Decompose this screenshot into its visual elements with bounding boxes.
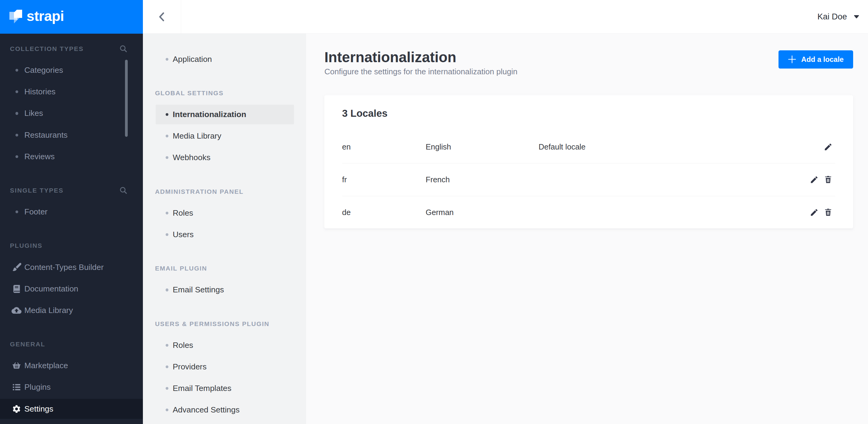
locale-status: Default locale — [538, 142, 823, 151]
section-heading-label: COLLECTION TYPES — [10, 45, 84, 53]
sidebar-item-settings[interactable]: Settings — [0, 399, 143, 419]
section-heading-plugins: PLUGINS — [10, 241, 127, 250]
main-sidebar: strapi COLLECTION TYPES Categories Histo… — [0, 0, 143, 424]
locale-name: English — [426, 142, 538, 151]
settings-menu: Application GLOBAL SETTINGS Internationa… — [143, 34, 306, 424]
sidebar-item-histories[interactable]: Histories — [0, 82, 143, 102]
bullet-icon — [166, 288, 168, 291]
edit-locale-button[interactable] — [809, 174, 820, 185]
bullet-icon — [16, 90, 18, 93]
pencil-icon — [810, 208, 818, 217]
sidebar-item-footer[interactable]: Footer — [0, 202, 143, 222]
gear-icon — [11, 404, 22, 414]
strapi-logo[interactable]: strapi — [0, 0, 143, 34]
section-heading-label: PLUGINS — [10, 242, 42, 249]
main-content: Internationalization Configure the setti… — [306, 34, 868, 424]
sidebar-item-media-library[interactable]: Media Library — [0, 300, 143, 321]
section-heading-label: GENERAL — [10, 340, 45, 348]
user-menu[interactable]: Kai Doe — [817, 12, 868, 22]
sidebar-item-plugins[interactable]: Plugins — [0, 377, 143, 397]
delete-locale-button[interactable] — [823, 174, 833, 185]
strapi-admin-app: strapi COLLECTION TYPES Categories Histo… — [0, 0, 868, 424]
settings-item-roles-admin[interactable]: Roles — [156, 203, 294, 223]
bullet-icon — [166, 58, 168, 61]
settings-group-users-permissions-plugin: USERS & PERMISSIONS PLUGIN — [155, 319, 294, 328]
pencil-icon — [824, 142, 833, 151]
settings-item-media-library[interactable]: Media Library — [156, 126, 294, 146]
page-subtitle: Configure the settings for the internati… — [324, 66, 517, 77]
sidebar-item-documentation[interactable]: Documentation — [0, 279, 143, 299]
pencil-icon — [810, 175, 818, 184]
book-icon — [11, 284, 22, 294]
bullet-icon — [166, 409, 168, 411]
add-locale-button[interactable]: Add a locale — [778, 50, 853, 69]
cloud-upload-icon — [11, 305, 22, 316]
bullet-icon — [166, 387, 168, 390]
sidebar-item-content-types-builder[interactable]: Content-Types Builder — [0, 257, 143, 277]
chevron-left-icon — [158, 12, 165, 22]
search-icon[interactable] — [120, 187, 127, 194]
section-heading-label: SINGLE TYPES — [10, 187, 64, 194]
locale-row-en: en English Default locale — [342, 131, 836, 163]
section-heading-collection-types: COLLECTION TYPES — [10, 44, 127, 53]
bullet-icon — [166, 233, 168, 236]
sidebar-scrollbar[interactable] — [125, 60, 128, 137]
settings-item-email-templates[interactable]: Email Templates — [156, 379, 294, 398]
edit-locale-button[interactable] — [823, 141, 833, 152]
settings-item-advanced-settings[interactable]: Advanced Settings — [156, 400, 294, 420]
bullet-icon — [166, 212, 168, 215]
sidebar-item-categories[interactable]: Categories — [0, 60, 143, 80]
bullet-icon — [16, 210, 18, 213]
trash-icon — [824, 175, 833, 184]
locale-name: French — [426, 175, 538, 184]
plus-icon — [788, 55, 796, 63]
settings-item-roles-up[interactable]: Roles — [156, 335, 294, 355]
settings-item-email-settings[interactable]: Email Settings — [156, 280, 294, 300]
locale-row-fr: fr French — [342, 163, 836, 196]
caret-down-icon — [854, 15, 859, 19]
delete-locale-button[interactable] — [823, 207, 833, 218]
bullet-icon — [16, 155, 18, 158]
back-button[interactable] — [143, 0, 181, 33]
edit-locale-button[interactable] — [809, 207, 820, 218]
settings-item-application[interactable]: Application — [156, 49, 294, 69]
bullet-icon — [166, 135, 168, 137]
settings-item-webhooks[interactable]: Webhooks — [156, 148, 294, 168]
page-title: Internationalization — [324, 49, 517, 66]
list-icon — [11, 383, 22, 392]
sidebar-item-reviews[interactable]: Reviews — [0, 146, 143, 166]
brush-icon — [11, 262, 22, 272]
bullet-icon — [166, 365, 168, 368]
locale-code: en — [342, 142, 426, 151]
sidebar-item-likes[interactable]: Likes — [0, 103, 143, 124]
sidebar-item-marketplace[interactable]: Marketplace — [0, 356, 143, 376]
basket-icon — [11, 361, 22, 370]
bullet-icon — [16, 134, 18, 136]
locale-row-de: de German — [342, 196, 836, 229]
user-name: Kai Doe — [817, 12, 847, 22]
section-heading-general: GENERAL — [10, 340, 127, 349]
sidebar-nav: COLLECTION TYPES Categories Histories Li… — [0, 34, 143, 424]
bullet-icon — [16, 112, 18, 115]
locale-name: German — [426, 208, 538, 217]
page-header: Internationalization Configure the setti… — [324, 49, 853, 77]
settings-group-global-settings: GLOBAL SETTINGS — [155, 89, 294, 97]
right-column: Kai Doe Application GLOBAL SETTINGS Inte… — [143, 0, 868, 424]
settings-group-administration-panel: ADMINISTRATION PANEL — [155, 187, 294, 196]
locales-card: 3 Locales en English Default locale fr — [324, 95, 853, 229]
settings-item-providers[interactable]: Providers — [156, 357, 294, 377]
bullet-icon — [16, 69, 18, 72]
locales-count: 3 Locales — [324, 95, 853, 120]
search-icon[interactable] — [120, 45, 127, 53]
sidebar-item-restaurants[interactable]: Restaurants — [0, 125, 143, 145]
content-body: Application GLOBAL SETTINGS Internationa… — [143, 34, 868, 424]
brand-name: strapi — [27, 8, 64, 26]
locale-code: fr — [342, 175, 426, 184]
settings-item-users[interactable]: Users — [156, 225, 294, 245]
strapi-logo-icon — [9, 10, 23, 24]
section-heading-single-types: SINGLE TYPES — [10, 186, 127, 195]
bullet-icon — [166, 156, 168, 159]
trash-icon — [824, 208, 833, 217]
settings-item-internationalization[interactable]: Internationalization — [156, 105, 294, 125]
bullet-icon — [166, 113, 168, 116]
